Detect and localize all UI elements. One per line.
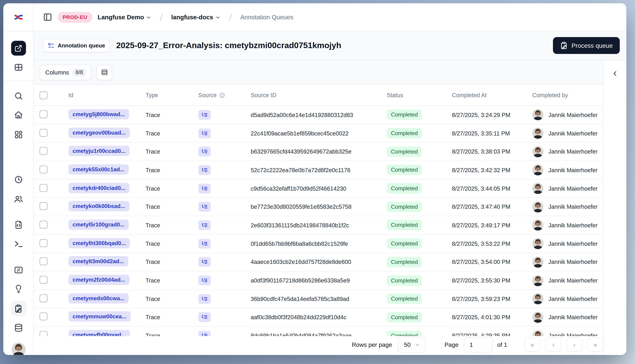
traces-icon[interactable] bbox=[14, 156, 23, 165]
home-icon[interactable] bbox=[14, 110, 23, 120]
avatar bbox=[532, 312, 543, 323]
annotation-queues-active-icon[interactable] bbox=[11, 300, 26, 316]
row-checkbox[interactable] bbox=[40, 147, 48, 155]
table-view-icon[interactable] bbox=[14, 62, 23, 72]
row-type: Trace bbox=[146, 148, 198, 155]
row-completed-by: Jannik Maierhoefer bbox=[548, 296, 597, 302]
table-row[interactable]: cmetyju1r00ccad0... Trace b63297665cfd44… bbox=[34, 143, 603, 161]
page-number-input[interactable] bbox=[464, 337, 493, 352]
page-count-label: of 1 bbox=[497, 341, 507, 348]
process-queue-button[interactable]: Process queue bbox=[553, 37, 620, 54]
row-id-badge[interactable]: cmetyk55x00c1ad... bbox=[68, 164, 129, 174]
select-all-checkbox[interactable] bbox=[40, 91, 48, 99]
sessions-clock-icon[interactable] bbox=[14, 175, 23, 184]
trace-source-icon[interactable] bbox=[198, 184, 211, 193]
table-row[interactable]: cmetykdr400ciad0... Trace c9d56ca32efaff… bbox=[34, 179, 603, 198]
trace-source-icon[interactable] bbox=[198, 276, 211, 285]
datasets-database-icon[interactable] bbox=[14, 323, 23, 332]
trace-source-icon[interactable] bbox=[198, 147, 211, 156]
dashboard-icon[interactable] bbox=[14, 130, 23, 139]
column-header-source-id[interactable]: Source ID bbox=[251, 92, 387, 98]
trace-source-icon[interactable] bbox=[198, 165, 211, 175]
lightbulb-icon[interactable] bbox=[14, 284, 23, 294]
trace-source-icon[interactable] bbox=[198, 239, 211, 248]
column-header-id[interactable]: Id bbox=[68, 92, 145, 98]
next-page-button[interactable]: › bbox=[567, 338, 582, 352]
avatar bbox=[532, 109, 543, 120]
last-page-button[interactable]: » bbox=[587, 338, 603, 352]
table-row[interactable]: cmetyl5r100grad0... Trace 2e603f31361115… bbox=[34, 216, 603, 235]
langfuse-logo[interactable] bbox=[3, 3, 34, 31]
annotation-queue-badge[interactable]: Annotation queue bbox=[43, 39, 110, 52]
column-header-completed-at[interactable]: Completed At bbox=[452, 92, 532, 98]
row-completed-at: 8/27/2025, 3:44:05 PM bbox=[452, 185, 532, 192]
row-id-badge[interactable]: cmetym2fz00d4ad... bbox=[68, 274, 129, 285]
row-checkbox[interactable] bbox=[40, 184, 48, 192]
row-id-badge[interactable]: cmetyl5r100grad0... bbox=[68, 220, 129, 230]
column-header-source[interactable]: Source bbox=[198, 92, 251, 98]
row-checkbox[interactable] bbox=[40, 221, 48, 228]
open-external-button[interactable] bbox=[11, 41, 26, 56]
trace-source-icon[interactable] bbox=[198, 202, 211, 212]
columns-button[interactable]: Columns 8/8 bbox=[40, 64, 92, 80]
row-completed-at: 8/27/2025, 3:38:03 PM bbox=[452, 148, 532, 155]
row-checkbox[interactable] bbox=[40, 239, 48, 247]
first-page-button[interactable]: « bbox=[525, 338, 540, 352]
table-row[interactable]: cmetymmuw00cea... Trace aaf0c38db0f3f204… bbox=[34, 308, 603, 327]
users-icon[interactable] bbox=[14, 194, 23, 204]
status-badge: Completed bbox=[387, 146, 422, 157]
row-checkbox[interactable] bbox=[40, 129, 48, 137]
trace-source-icon[interactable] bbox=[198, 128, 211, 138]
playground-terminal-icon[interactable] bbox=[14, 239, 23, 249]
trace-source-icon[interactable] bbox=[198, 110, 211, 120]
trace-source-icon[interactable] bbox=[198, 312, 211, 322]
collapse-panel-chevron-left-icon[interactable] bbox=[609, 68, 621, 79]
table-row[interactable]: cmetyk55x00c1ad... Trace 52c72c2222ea78e… bbox=[34, 161, 603, 180]
row-id-badge[interactable]: cmetyg5j800bwad... bbox=[68, 109, 129, 120]
table-row[interactable]: cmetymeds00cwa... Trace 36b90cdfc47e5da1… bbox=[34, 290, 603, 308]
sidebar-toggle-icon[interactable] bbox=[43, 12, 52, 22]
row-checkbox[interactable] bbox=[40, 313, 48, 320]
user-avatar[interactable] bbox=[11, 342, 25, 355]
row-checkbox[interactable] bbox=[40, 110, 48, 118]
column-header-completed-by[interactable]: Completed by bbox=[532, 92, 603, 98]
row-id-badge[interactable]: cmetymmuw00cea... bbox=[68, 312, 130, 322]
trace-source-icon[interactable] bbox=[198, 257, 211, 267]
org-switcher[interactable]: Langfuse Demo bbox=[98, 14, 151, 20]
row-type: Trace bbox=[146, 185, 198, 192]
trace-source-icon[interactable] bbox=[198, 220, 211, 230]
column-header-status[interactable]: Status bbox=[387, 92, 452, 98]
trace-source-icon[interactable] bbox=[198, 294, 211, 304]
row-id-badge[interactable]: cmetygeov00buad... bbox=[68, 128, 130, 138]
row-completed-by: Jannik Maierhoefer bbox=[548, 222, 597, 228]
row-id-badge[interactable]: cmetyju1r00ccad0... bbox=[68, 146, 130, 156]
row-height-button[interactable] bbox=[97, 64, 112, 80]
evals-percent-icon[interactable] bbox=[14, 265, 23, 274]
row-checkbox[interactable] bbox=[40, 202, 48, 210]
row-completed-by: Jannik Maierhoefer bbox=[548, 130, 597, 137]
table-row[interactable]: cmetym2fz00d4ad... Trace a0df3f901167218… bbox=[34, 272, 603, 290]
table-row[interactable]: cmetylht300bqad0... Trace 0f1dd65b7bb9bf… bbox=[34, 235, 603, 253]
previous-page-button[interactable]: ‹ bbox=[545, 338, 561, 352]
row-id-badge[interactable]: cmetykdr400ciad0... bbox=[68, 183, 130, 193]
prompts-file-icon[interactable] bbox=[14, 220, 23, 230]
search-icon[interactable] bbox=[14, 91, 23, 100]
row-completed-by: Jannik Maierhoefer bbox=[548, 240, 597, 247]
row-id-badge[interactable]: cmetylht300bqad0... bbox=[68, 238, 130, 248]
row-id-badge[interactable]: cmetymeds00cwa... bbox=[68, 293, 129, 304]
table-row[interactable]: cmetyg5j800bwad... Trace d5ad9d52a00c6e1… bbox=[34, 106, 603, 124]
row-completed-at: 8/27/2025, 3:49:17 PM bbox=[452, 222, 532, 228]
row-checkbox[interactable] bbox=[40, 276, 48, 284]
row-id-badge[interactable]: cmetylt3m00d2ad... bbox=[68, 256, 128, 267]
row-checkbox[interactable] bbox=[40, 258, 48, 266]
project-switcher[interactable]: langfuse-docs bbox=[171, 14, 221, 20]
row-checkbox[interactable] bbox=[40, 294, 48, 302]
column-header-type[interactable]: Type bbox=[146, 92, 198, 98]
table-row[interactable]: cmetygeov00buad... Trace 22c41f09acae5b1… bbox=[34, 124, 603, 143]
status-badge: Completed bbox=[387, 220, 422, 230]
table-row[interactable]: cmetyko0k00bsad... Trace be7723e30d80205… bbox=[34, 198, 603, 216]
row-checkbox[interactable] bbox=[40, 166, 48, 174]
rows-per-page-select[interactable]: 50 bbox=[398, 336, 426, 352]
row-id-badge[interactable]: cmetyko0k00bsad... bbox=[68, 201, 129, 211]
table-row[interactable]: cmetylt3m00d2ad... Trace 4aaece1603cb2e1… bbox=[34, 253, 603, 272]
